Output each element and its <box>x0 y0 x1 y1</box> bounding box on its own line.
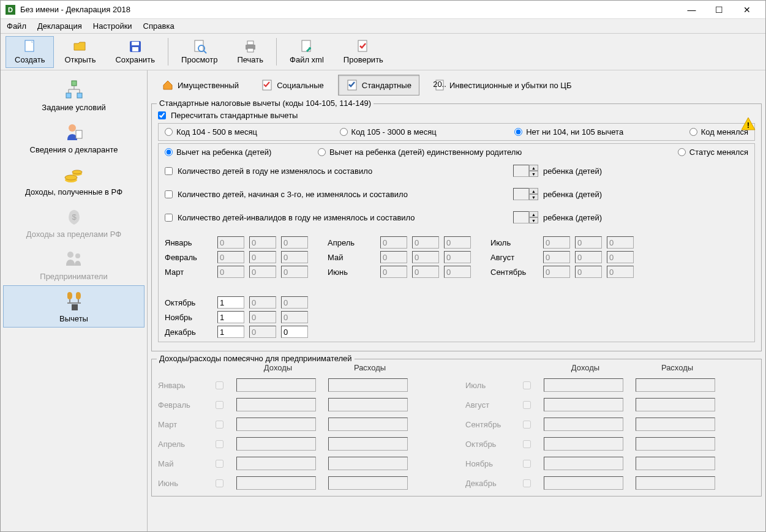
month-jul-label: Июль <box>490 238 539 247</box>
tool-open[interactable]: Открыть <box>55 36 105 68</box>
ie-mar: Март <box>158 420 207 429</box>
feb-v2[interactable] <box>249 251 276 263</box>
new-file-icon <box>23 39 37 54</box>
radio-code104[interactable] <box>165 128 173 136</box>
menu-declaration[interactable]: Декларация <box>37 21 82 31</box>
menu-file[interactable]: Файл <box>7 21 26 31</box>
dec-v1[interactable] <box>217 326 244 338</box>
jan-v3[interactable] <box>281 236 308 249</box>
svg-rect-14 <box>66 93 71 98</box>
months-grid: Январь Февраль Март Апрель Май <box>165 236 748 338</box>
radio-code-changed[interactable] <box>689 128 697 136</box>
tab-standard[interactable]: Стандартные <box>338 75 419 96</box>
mar-v3[interactable] <box>281 266 308 278</box>
ie-group-title: Доходы/расходы помесячно для предпринима… <box>157 354 355 363</box>
feb-v3[interactable] <box>281 251 308 263</box>
sidebar-income-rf[interactable]: Доходы, полученные в РФ <box>3 159 145 201</box>
ie-jan-expense <box>328 378 408 392</box>
month-may-label: Май <box>328 253 377 262</box>
person-icon <box>64 122 84 143</box>
recalc-checkbox[interactable] <box>158 111 166 119</box>
children-count-spinner[interactable]: ▲▼ <box>513 165 538 177</box>
tool-check[interactable]: Проверить <box>334 36 392 68</box>
dec-v3[interactable] <box>281 326 308 338</box>
children-count-checkbox[interactable] <box>165 167 173 175</box>
jan-v1[interactable] <box>217 236 244 249</box>
tool-create[interactable]: Создать <box>6 36 54 68</box>
oct-v3[interactable] <box>281 296 308 309</box>
mar-v2[interactable] <box>249 266 276 278</box>
radio-child-single[interactable] <box>318 148 326 156</box>
tool-preview[interactable]: Просмотр <box>172 36 227 68</box>
jul-v3[interactable] <box>607 236 634 249</box>
tool-xml[interactable]: Файл xml <box>280 36 333 68</box>
oct-v2[interactable] <box>249 296 276 309</box>
jun-v3[interactable] <box>444 266 471 278</box>
ie-jul-income <box>544 378 623 392</box>
ie-feb: Февраль <box>158 400 207 410</box>
apr-v2[interactable] <box>412 236 439 249</box>
feb-v1[interactable] <box>217 251 244 263</box>
jun-v1[interactable] <box>380 266 407 278</box>
mar-v1[interactable] <box>217 266 244 278</box>
close-button[interactable]: ✕ <box>733 1 760 18</box>
ie-jan-chk <box>216 381 223 389</box>
radio-code105[interactable] <box>340 128 348 136</box>
may-v1[interactable] <box>380 251 407 263</box>
jun-v2[interactable] <box>412 266 439 278</box>
minimize-button[interactable]: — <box>678 1 705 18</box>
tool-save[interactable]: Сохранить <box>106 36 164 68</box>
aug-v1[interactable] <box>543 251 570 263</box>
coins-icon <box>64 164 84 185</box>
standard-deductions-group: Стандартные налоговые вычеты (коды 104-1… <box>151 103 762 351</box>
month-aug-label: Август <box>490 253 539 262</box>
month-nov-label: Ноябрь <box>165 313 214 322</box>
tab-invest[interactable]: 20.. Инвестиционные и убытки по ЦБ <box>426 75 580 96</box>
sidebar-income-abroad[interactable]: $ Доходы за пределами РФ <box>3 201 145 243</box>
maximize-button[interactable]: ☐ <box>705 1 733 18</box>
children-disabled-spinner[interactable]: ▲▼ <box>513 211 538 223</box>
sep-v2[interactable] <box>575 266 602 278</box>
may-v3[interactable] <box>444 251 471 263</box>
ie-income-header-1: Доходы <box>236 363 320 372</box>
radio-child[interactable] <box>165 148 173 156</box>
nov-v2[interactable] <box>249 311 276 323</box>
ie-sep-expense <box>636 418 715 431</box>
ie-apr-income <box>236 437 316 451</box>
ie-oct-expense <box>636 437 715 451</box>
radio-no-code[interactable] <box>514 128 522 136</box>
sidebar-entrepreneurs[interactable]: Предприниматели <box>3 243 145 285</box>
dec-v2[interactable] <box>249 326 276 338</box>
sidebar-conditions[interactable]: Задание условий <box>3 74 145 116</box>
svg-point-25 <box>72 170 82 174</box>
jul-v1[interactable] <box>543 236 570 249</box>
sidebar-declarant[interactable]: Сведения о декларанте <box>3 116 145 159</box>
tool-print[interactable]: Печать <box>228 36 272 68</box>
nov-v1[interactable] <box>217 311 244 323</box>
nov-v3[interactable] <box>281 311 308 323</box>
menu-help[interactable]: Справка <box>143 21 175 31</box>
folder-open-icon <box>73 39 88 54</box>
separator <box>168 38 168 66</box>
jan-v2[interactable] <box>249 236 276 249</box>
may-v2[interactable] <box>412 251 439 263</box>
apr-v1[interactable] <box>380 236 407 249</box>
ie-oct-income <box>544 437 623 451</box>
radio-status-changed[interactable] <box>678 148 686 156</box>
tab-social[interactable]: Социальные <box>253 75 332 96</box>
aug-v2[interactable] <box>575 251 602 263</box>
sidebar-deductions[interactable]: Вычеты <box>3 285 145 328</box>
apr-v3[interactable] <box>444 236 471 249</box>
tab-property[interactable]: Имущественный <box>154 75 247 96</box>
sep-v1[interactable] <box>543 266 570 278</box>
children-from3-spinner[interactable]: ▲▼ <box>513 188 538 200</box>
svg-point-11 <box>309 47 311 50</box>
jul-v2[interactable] <box>575 236 602 249</box>
sep-v3[interactable] <box>607 266 634 278</box>
children-disabled-checkbox[interactable] <box>165 214 173 222</box>
menu-settings[interactable]: Настройки <box>93 21 132 31</box>
code-radio-group: Код 104 - 500 в месяц Код 105 - 3000 в м… <box>158 123 755 141</box>
aug-v3[interactable] <box>607 251 634 263</box>
children-from3-checkbox[interactable] <box>165 190 173 198</box>
oct-v1[interactable] <box>217 296 244 309</box>
